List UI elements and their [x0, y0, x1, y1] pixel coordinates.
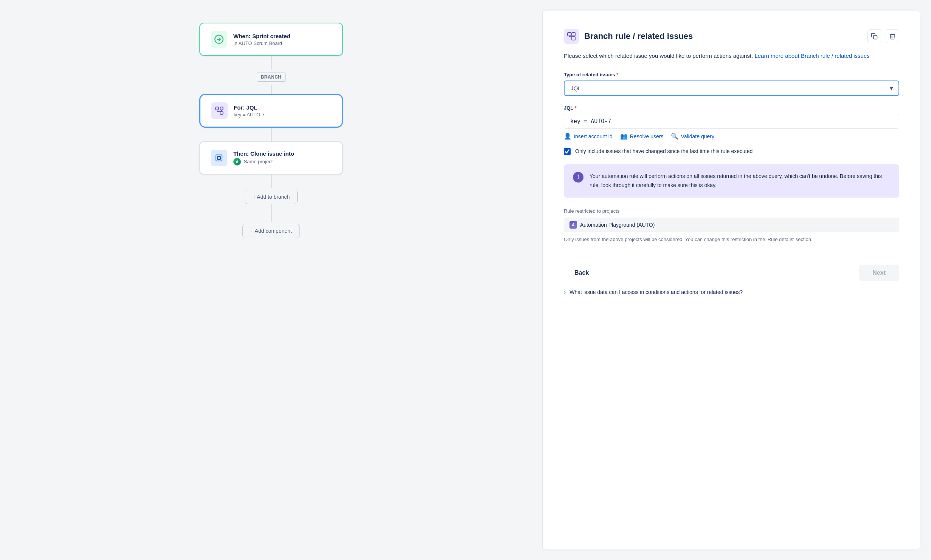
- trigger-text: When: Sprint created In AUTO Scrum Board: [233, 33, 290, 46]
- panel-header-actions: [867, 29, 899, 43]
- panel-learn-more-link[interactable]: Learn more about Branch rule / related i…: [754, 53, 869, 59]
- jql-label: JQL *: [564, 105, 899, 111]
- warning-box: ! Your automation rule will perform acti…: [564, 164, 899, 198]
- checkbox-row: Only include issues that have changed si…: [564, 147, 899, 155]
- back-button[interactable]: Back: [564, 265, 599, 281]
- jql-input[interactable]: [564, 114, 899, 129]
- svg-rect-5: [216, 155, 222, 161]
- warning-text: Your automation rule will perform action…: [590, 172, 890, 190]
- restricted-label: Rule restricted to projects: [564, 208, 899, 214]
- flow-container: When: Sprint created In AUTO Scrum Board…: [199, 23, 343, 238]
- connector-4: [271, 175, 272, 188]
- svg-rect-7: [568, 32, 571, 36]
- svg-rect-8: [572, 32, 575, 36]
- panel-title-group: Branch rule / related issues: [564, 29, 693, 44]
- branch-label: BRANCH: [257, 73, 286, 82]
- svg-rect-3: [220, 111, 223, 114]
- svg-rect-2: [220, 107, 223, 110]
- connector-5: [271, 204, 272, 222]
- faq-row[interactable]: › What issue data can I access in condit…: [564, 288, 899, 296]
- faq-text: What issue data can I access in conditio…: [569, 288, 743, 296]
- trigger-node[interactable]: When: Sprint created In AUTO Scrum Board: [199, 23, 343, 56]
- branch-title: For: JQL: [234, 104, 265, 111]
- type-label: Type of related issues *: [564, 72, 899, 77]
- branch-node[interactable]: For: JQL key = AUTO-7: [199, 94, 343, 128]
- action-subtitle: A Same project: [233, 158, 294, 166]
- panel-header: Branch rule / related issues: [564, 29, 899, 44]
- warning-icon: !: [573, 172, 583, 183]
- svg-rect-9: [572, 37, 575, 40]
- panel-title-icon: [564, 29, 579, 44]
- delete-button[interactable]: [886, 29, 899, 43]
- svg-rect-6: [217, 156, 220, 159]
- trigger-icon: [211, 31, 227, 48]
- connector-3: [271, 128, 272, 141]
- action-node[interactable]: Then: Clone issue into A Same project: [199, 141, 343, 175]
- include-changed-checkbox[interactable]: [564, 148, 571, 155]
- panel-footer: Back Next: [564, 257, 899, 281]
- right-panel: Branch rule / related issues Please sele…: [542, 11, 920, 549]
- copy-button[interactable]: [867, 29, 881, 43]
- person-icon: 👤: [564, 133, 571, 140]
- action-icon: [211, 150, 227, 166]
- branch-subtitle: key = AUTO-7: [234, 112, 265, 118]
- project-icon: A: [569, 221, 577, 229]
- project-badge: A Automation Playground (AUTO): [564, 218, 899, 232]
- type-select-wrapper: JQL Epic issues Sub-tasks Linked issues …: [564, 80, 899, 96]
- faq-chevron-icon: ›: [564, 289, 566, 296]
- restriction-note: Only issues from the above projects will…: [564, 236, 899, 244]
- people-icon: 👥: [620, 133, 628, 140]
- add-component-button[interactable]: + Add component: [242, 224, 299, 238]
- checkbox-label[interactable]: Only include issues that have changed si…: [575, 147, 753, 155]
- connector-1: [271, 56, 272, 70]
- panel-description: Please select which related issue you wo…: [564, 51, 899, 60]
- add-to-branch-button[interactable]: + Add to branch: [245, 190, 298, 204]
- resolve-users-link[interactable]: 👥 Resolve users: [620, 133, 664, 140]
- action-title: Then: Clone issue into: [233, 150, 294, 157]
- panel-title: Branch rule / related issues: [584, 31, 693, 41]
- trigger-subtitle: In AUTO Scrum Board: [233, 40, 290, 46]
- search-icon: 🔍: [671, 133, 678, 140]
- next-button[interactable]: Next: [859, 265, 899, 281]
- action-text: Then: Clone issue into A Same project: [233, 150, 294, 166]
- svg-rect-1: [216, 107, 219, 110]
- canvas-area: When: Sprint created In AUTO Scrum Board…: [0, 0, 542, 560]
- jql-required-star: *: [575, 105, 577, 111]
- validate-query-link[interactable]: 🔍 Validate query: [671, 133, 714, 140]
- branch-text: For: JQL key = AUTO-7: [234, 104, 265, 118]
- action-links: 👤 Insert account id 👥 Resolve users 🔍 Va…: [564, 133, 899, 140]
- same-project-avatar: A: [233, 158, 241, 166]
- type-select[interactable]: JQL Epic issues Sub-tasks Linked issues: [564, 80, 899, 96]
- insert-account-id-link[interactable]: 👤 Insert account id: [564, 133, 613, 140]
- type-required-star: *: [616, 72, 618, 77]
- branch-icon: [211, 102, 228, 119]
- trigger-title: When: Sprint created: [233, 33, 290, 39]
- svg-rect-10: [874, 36, 877, 39]
- connector-2: [271, 85, 272, 94]
